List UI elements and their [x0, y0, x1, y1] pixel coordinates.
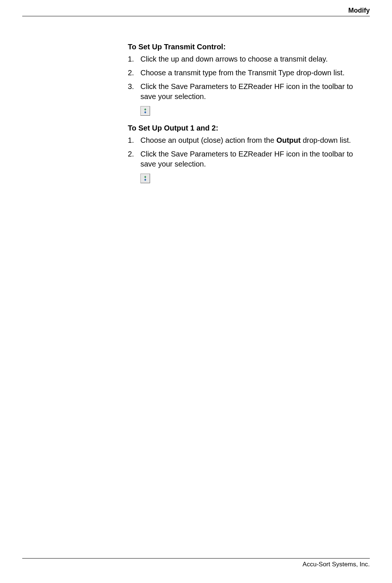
step-text: Click the up and down arrows to choose a…: [140, 54, 362, 64]
page-footer: Accu-Sort Systems, Inc.: [22, 558, 370, 568]
section-output: To Set Up Output 1 and 2: 1. Choose an o…: [128, 124, 362, 185]
step-item: 1. Click the up and down arrows to choos…: [128, 54, 362, 64]
step-item: 3. Click the Save Parameters to EZReader…: [128, 82, 362, 102]
step-text-post: drop-down list.: [300, 136, 351, 144]
section-heading: To Set Up Transmit Control:: [128, 43, 362, 51]
step-item: 2. Choose a transmit type from the Trans…: [128, 68, 362, 78]
section-transmit-control: To Set Up Transmit Control: 1. Click the…: [128, 43, 362, 117]
step-text: Click the Save Parameters to EZReader HF…: [140, 82, 362, 102]
step-number: 2.: [128, 149, 140, 169]
footer-company: Accu-Sort Systems, Inc.: [303, 561, 370, 568]
step-item: 1. Choose an output (close) action from …: [128, 135, 362, 145]
step-text: Choose an output (close) action from the…: [140, 135, 362, 145]
step-text: Click the Save Parameters to EZReader HF…: [140, 149, 362, 169]
step-text-bold: Output: [276, 136, 301, 144]
page-content: To Set Up Transmit Control: 1. Click the…: [128, 43, 362, 191]
step-number: 2.: [128, 68, 140, 78]
step-text-pre: Choose an output (close) action from the: [140, 136, 276, 144]
page-header: Modify: [22, 7, 370, 16]
step-number: 3.: [128, 82, 140, 102]
save-parameters-icon: [140, 174, 150, 183]
step-number: 1.: [128, 135, 140, 145]
step-number: 1.: [128, 54, 140, 64]
save-parameters-icon: [140, 106, 150, 116]
step-item: 2. Click the Save Parameters to EZReader…: [128, 149, 362, 169]
section-heading: To Set Up Output 1 and 2:: [128, 124, 362, 132]
step-text: Choose a transmit type from the Transmit…: [140, 68, 362, 78]
header-title: Modify: [348, 7, 370, 14]
